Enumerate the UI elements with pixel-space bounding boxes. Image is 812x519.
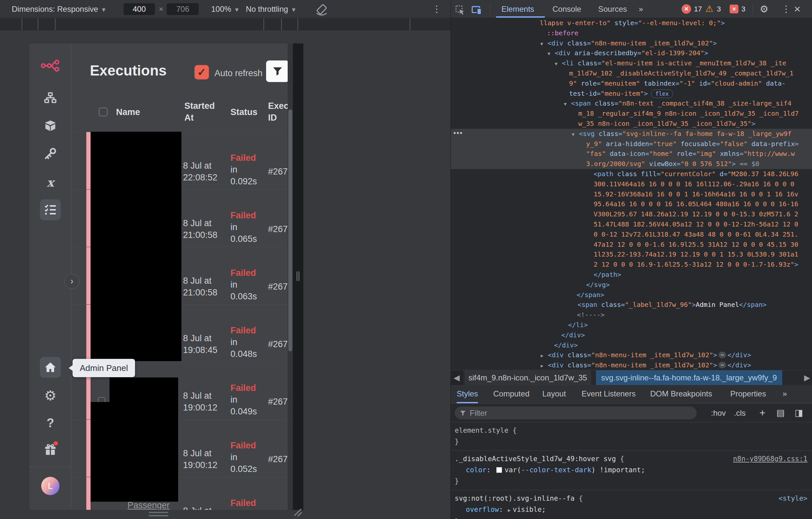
breadcrumb-item[interactable]: sif4m_9.n8n-icon._icon_1ld7w_35 [465, 370, 591, 385]
dom-tree-node[interactable]: <path class fill="currentColor" d="M280.… [451, 169, 812, 179]
color-swatch[interactable] [496, 467, 502, 473]
sidebar-item-settings[interactable]: ⚙ [40, 385, 61, 406]
more-options-icon[interactable]: ⋮ [782, 0, 791, 18]
dom-tree-node[interactable]: "fas" data-icon="home" role="img" xmlns=… [451, 149, 812, 159]
dom-tree-node[interactable]: ▶<div class="n8n-menu-item _item_1ld7w_1… [451, 360, 812, 370]
settings-gear-icon[interactable]: ⚙ [760, 0, 768, 18]
more-tabs-button[interactable]: » [783, 385, 787, 403]
dom-tree-node[interactable]: ▶<div class="n8n-menu-item _item_1ld7w_1… [451, 350, 812, 360]
filter-button[interactable] [266, 60, 289, 82]
dom-tree-node[interactable]: y_9" aria-hidden="true" focusable="false… [451, 139, 812, 149]
dom-tree-node[interactable]: </svg> [451, 280, 812, 290]
throttling-select[interactable]: No throttling▼ [246, 0, 296, 18]
dom-tree-node[interactable]: </div> [451, 340, 812, 350]
tab-dom-breakpoints[interactable]: DOM Breakpoints [650, 385, 712, 403]
dom-tree-node[interactable]: ▼<span class="n8n-text _compact_sif4m_38… [451, 98, 812, 109]
dom-tree-node[interactable]: ▼<svg class="svg-inline--fa fa-home fa-w… [451, 129, 812, 139]
tab-layout[interactable]: Layout [542, 385, 566, 403]
expand-inline-icon[interactable]: ⋯ [719, 362, 726, 368]
dom-tree-node[interactable]: 15.92-16V368a16 16 0 0 1 16-16h64a16 16 … [451, 189, 812, 199]
tree-toggle-icon[interactable]: ▼ [572, 129, 579, 139]
tab-sources[interactable]: Sources [598, 0, 627, 18]
breadcrumb-item-selected[interactable]: svg.svg-inline--fa.fa-home.fa-w-18._larg… [596, 370, 782, 385]
dom-tree-node[interactable]: <!----> [451, 310, 812, 320]
dom-tree-node[interactable]: w_35 n8n-icon _icon_1ld7w_35 _icon_1ld7w… [451, 119, 812, 129]
dimensions-select[interactable]: Dimensions: Responsive▼ [12, 0, 107, 18]
dom-tree-node[interactable]: </path> [451, 270, 812, 280]
column-header-status[interactable]: Status [230, 106, 258, 118]
height-input[interactable]: 706 [167, 3, 199, 15]
column-header-name[interactable]: Name [116, 106, 140, 118]
tab-elements[interactable]: Elements [501, 0, 534, 18]
toggle-class-button[interactable]: .cls [734, 404, 746, 422]
zoom-select[interactable]: 100%▼ [211, 0, 240, 18]
style-rule[interactable]: element.style {} [451, 422, 812, 450]
new-style-rule-button[interactable]: + [759, 404, 765, 422]
dom-tree-node[interactable]: m_1ld7w_102 _disableActiveStyle_1ld7w_49… [451, 68, 812, 79]
dom-tree-node[interactable]: </span> [451, 290, 812, 300]
sidebar-item-templates[interactable] [40, 115, 61, 136]
device-toolbar-toggle-icon[interactable] [471, 0, 482, 18]
issues-icon[interactable]: ✕ [730, 5, 738, 13]
tree-toggle-icon[interactable]: ▼ [564, 99, 571, 109]
tree-toggle-icon[interactable]: ▼ [548, 49, 555, 58]
dom-tree-node[interactable]: <span class="_label_1ld7w_96">Admin Pane… [451, 300, 812, 310]
sidebar-item-help[interactable]: ? [40, 412, 61, 433]
breadcrumb-scroll-right-icon[interactable]: ▶ [802, 370, 812, 385]
execution-name-partial[interactable]: Passenger [127, 500, 170, 510]
inspect-element-icon[interactable] [455, 0, 465, 18]
tree-toggle-icon[interactable]: ▶ [541, 361, 548, 370]
tab-event-listeners[interactable]: Event Listeners [582, 385, 636, 403]
dom-tree-node[interactable]: ::before [451, 28, 812, 38]
dom-tree-node[interactable]: 3.org/2000/svg" viewBox="0 0 576 512"> =… [451, 159, 812, 169]
user-avatar[interactable]: L [41, 477, 59, 495]
close-devtools-icon[interactable]: × [794, 0, 801, 18]
dom-tree-node[interactable]: ▼<div class="n8n-menu-item _item_1ld7w_1… [451, 38, 812, 48]
tree-toggle-icon[interactable]: ▶ [541, 351, 548, 360]
dom-tree-node[interactable]: 47a12 12 0 0 0-1.6 16.9l25.5 31A12 12 0 … [451, 239, 812, 250]
dom-tree-node[interactable]: m_18 _regular_sif4m_9 n8n-icon _icon_1ld… [451, 109, 812, 119]
tab-computed[interactable]: Computed [493, 385, 529, 403]
viewport-resize-handle-bottom[interactable] [149, 515, 168, 516]
tab-console[interactable]: Console [552, 0, 581, 18]
dom-tree-node[interactable]: ▼<div aria-describedby="el-id-1399-204"> [451, 48, 812, 58]
dom-tree-node[interactable]: 51.47L488 182.56V44.05a12 12 0 0 0-12-12… [451, 219, 812, 229]
dom-tree-node[interactable]: test-id="menu-item">flex [451, 89, 812, 99]
dom-tree-node[interactable]: 300.11V464a16 16 0 0 0 16 16l112.06-.29a… [451, 179, 812, 189]
breadcrumb-scroll-left-icon[interactable]: ◀ [451, 370, 463, 385]
sidebar-item-admin-panel[interactable] [40, 357, 61, 378]
copy-changes-icon[interactable]: ▤ [776, 404, 785, 422]
tree-toggle-icon[interactable]: ▼ [540, 39, 548, 48]
more-options-icon[interactable]: ⋮ [432, 0, 441, 18]
select-all-checkbox[interactable] [99, 108, 108, 116]
viewport-scrollbar[interactable] [288, 44, 293, 510]
css-property[interactable]: overflow: ▶visible; [455, 504, 808, 516]
node-options-icon[interactable]: ••• [454, 129, 463, 137]
sidebar-expand-button[interactable]: › [64, 274, 80, 289]
expand-value-icon[interactable]: ▶ [508, 507, 511, 513]
rotate-icon[interactable] [315, 0, 328, 18]
dom-tree-node[interactable]: 95.64a16 16 0 0 0 16 16.05L464 480a16 16… [451, 199, 812, 209]
toggle-sidebar-icon[interactable]: ◨ [795, 404, 803, 422]
sidebar-item-whats-new[interactable] [40, 439, 61, 460]
error-count-icon[interactable]: ✕ [682, 4, 691, 14]
rule-source-link[interactable]: <style> [778, 493, 807, 504]
width-input[interactable]: 400 [123, 3, 155, 15]
css-property[interactable]: color: var(--color-text-dark) !important… [455, 464, 808, 475]
sidebar-item-workflows[interactable] [40, 88, 61, 109]
tab-styles[interactable]: Styles [457, 385, 478, 403]
scrollbar-thumb[interactable] [288, 110, 292, 351]
dom-tree-node[interactable]: ▼<li class="el-menu-item is-active _menu… [451, 58, 812, 68]
flex-badge[interactable]: flex [651, 90, 673, 98]
dom-tree-node[interactable]: 0 0-12 12v72.61L318.47 43a48 48 0 0 0-61… [451, 229, 812, 239]
style-rule[interactable]: n8n-y89D68g9.css:1._disableActiveStyle_1… [451, 450, 812, 490]
toggle-hover-state-button[interactable]: :hov [711, 404, 726, 422]
dom-tree-node[interactable]: 9" role="menuitem" tabindex="-1" id="clo… [451, 79, 812, 89]
auto-refresh-checkbox[interactable]: ✓ [195, 65, 209, 80]
dom-tree-node[interactable]: </li> [451, 320, 812, 330]
viewport-resize-handle-bottom[interactable] [149, 512, 168, 513]
style-rule[interactable]: <style>svg:not(:root).svg-inline--fa {ov… [451, 490, 812, 519]
sidebar-item-variables[interactable]: x [40, 172, 61, 193]
rule-source-link[interactable]: n8n-y89D68g9.css:1 [733, 453, 807, 464]
column-header-started-at[interactable]: Started At [184, 100, 223, 123]
